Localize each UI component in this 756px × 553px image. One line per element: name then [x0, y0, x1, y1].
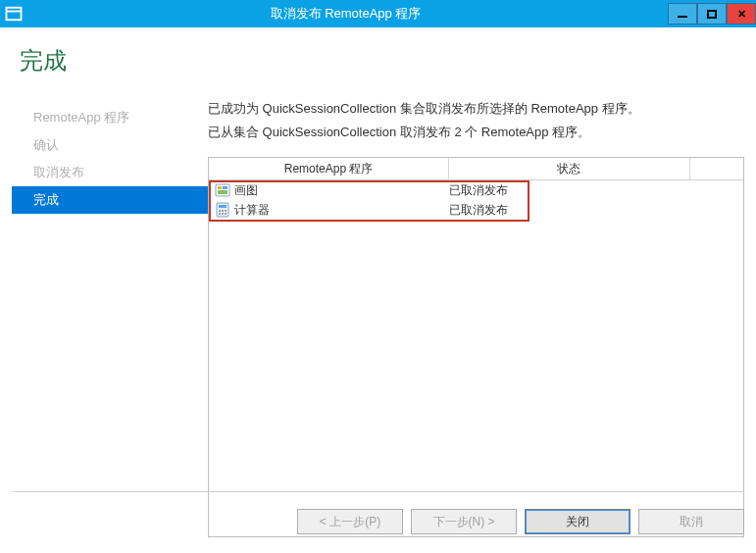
status-message-2: 已从集合 QuickSessionCollection 取消发布 2 个 Rem…: [208, 124, 744, 141]
close-window-button[interactable]: ✕: [727, 3, 756, 25]
next-button: 下一步(N) >: [411, 509, 517, 534]
maximize-button[interactable]: [697, 3, 727, 25]
results-table: RemoteApp 程序 状态 画图: [208, 157, 744, 537]
wizard-sidebar: RemoteApp 程序 确认 取消发布 完成: [12, 100, 208, 537]
table-header-status: 状态: [449, 158, 689, 179]
cancel-button: 取消: [638, 509, 744, 534]
sidebar-item-remoteapp: RemoteApp 程序: [12, 104, 208, 131]
table-header-blank: [690, 158, 744, 179]
prev-button: < 上一步(P): [297, 509, 403, 534]
window-icon: [4, 4, 24, 24]
sidebar-item-unpublish: 取消发布: [12, 159, 208, 186]
sidebar-item-finish: 完成: [12, 186, 208, 214]
page-heading: 完成: [20, 45, 744, 76]
minimize-button[interactable]: [668, 3, 697, 25]
sidebar-item-confirm: 确认: [12, 131, 208, 159]
svg-rect-0: [7, 8, 22, 21]
status-message-1: 已成功为 QuickSessionCollection 集合取消发布所选择的 R…: [208, 100, 744, 118]
close-button[interactable]: 关闭: [525, 509, 630, 534]
window-title: 取消发布 RemoteApp 程序: [24, 5, 668, 23]
table-header-program: RemoteApp 程序: [209, 158, 449, 179]
highlight-annotation: [209, 180, 529, 222]
